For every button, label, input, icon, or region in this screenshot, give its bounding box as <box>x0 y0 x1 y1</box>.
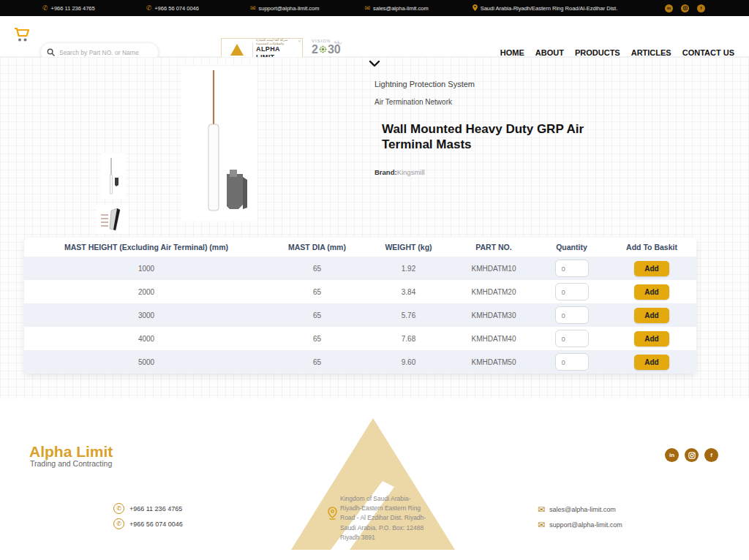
instagram-icon[interactable] <box>685 448 699 462</box>
cell-mast-height: 2000 <box>24 288 268 296</box>
logo-triangle-icon <box>230 44 244 56</box>
facebook-icon[interactable]: f <box>697 4 705 12</box>
footer-address: Kingdom of Saudi Arabia- Riyadh-Eastern … <box>340 494 429 542</box>
chevron-down-icon[interactable] <box>369 57 380 70</box>
cell-mast-dia: 65 <box>268 335 366 343</box>
vision-year-left: 2 <box>312 44 318 56</box>
cell-mast-height: 1000 <box>24 265 268 273</box>
footer-social: in f <box>665 448 718 462</box>
nav-home[interactable]: HOME <box>500 48 524 57</box>
nav-contact-us[interactable]: CONTACT US <box>682 48 734 57</box>
nav-about[interactable]: ABOUT <box>535 48 564 57</box>
quantity-input[interactable] <box>555 330 589 347</box>
footer-email-support[interactable]: ✉ support@alpha-limit.com <box>538 521 622 529</box>
site-footer: Alpha Limit Trading and Contracting in f… <box>0 398 749 560</box>
cell-mast-height: 5000 <box>24 358 268 366</box>
topbar-email-sales[interactable]: ✉ sales@alpha-limit.com <box>365 5 429 12</box>
add-to-basket-button[interactable]: Add <box>634 284 669 300</box>
quantity-input[interactable] <box>555 353 589 371</box>
vision-year-right: 30 <box>328 44 341 56</box>
footer-phone-2-text: +966 56 074 0046 <box>129 521 183 528</box>
location-pin-icon <box>327 507 338 523</box>
instagram-icon[interactable] <box>681 4 689 12</box>
table-row: 4000 65 7.68 KMHDATM40 Add <box>24 327 696 350</box>
cell-weight: 1.92 <box>366 265 451 273</box>
footer-phone-1[interactable]: ✆ +966 11 236 4765 <box>113 503 182 514</box>
variants-table: MAST HEIGHT (Excluding Air Terminal) (mm… <box>24 238 696 374</box>
topbar-phone-2[interactable]: ✆ +966 56 074 0046 <box>146 5 199 12</box>
topbar-address-text: Saudi Arabia-Riyadh/Eastern Ring Road/Al… <box>481 5 618 12</box>
col-add-to-basket: Add To Baskit <box>607 243 696 251</box>
registered-mark: ® <box>298 39 301 43</box>
table-header-row: MAST HEIGHT (Excluding Air Terminal) (mm… <box>24 238 696 257</box>
topbar-phone-2-text: +966 56 074 0046 <box>154 5 199 12</box>
brand-label: Brand: <box>374 168 397 176</box>
col-mast-dia: MAST DIA (mm) <box>268 243 366 251</box>
product-thumbnail-1[interactable] <box>101 154 126 199</box>
footer-email-support-text: support@alpha-limit.com <box>549 521 622 529</box>
breadcrumb-category[interactable]: Lightning Protection System <box>374 80 475 88</box>
phone-icon: ✆ <box>113 503 124 514</box>
linkedin-icon[interactable]: in <box>665 448 679 462</box>
cell-weight: 9.60 <box>366 358 451 366</box>
col-part-no: PART NO. <box>451 243 536 251</box>
table-row: 5000 65 9.60 KMHDATM50 Add <box>24 350 696 374</box>
linkedin-icon[interactable]: in <box>665 4 673 12</box>
logo-arabic-text: شركة ألفا ليمت للتجارة والمقاولات المحدو… <box>256 38 299 45</box>
topbar-address: Saudi Arabia-Riyadh/Eastern Ring Road/Al… <box>473 4 618 12</box>
brand-row: Brand:Kingsmill <box>374 168 425 176</box>
quantity-input[interactable] <box>555 260 589 277</box>
phone-icon: ✆ <box>113 518 124 529</box>
topbar-social: in f <box>665 4 705 12</box>
footer-email-sales[interactable]: ✉ sales@alpha-limit.com <box>538 505 616 514</box>
footer-phone-2[interactable]: ✆ +966 56 074 0046 <box>113 518 183 529</box>
envelope-icon: ✉ <box>365 5 371 12</box>
envelope-icon: ✉ <box>538 505 545 514</box>
cell-mast-dia: 65 <box>268 311 366 319</box>
footer-email-sales-text: sales@alpha-limit.com <box>549 506 616 513</box>
col-weight: WEIGHT (kg) <box>366 243 451 251</box>
envelope-icon: ✉ <box>538 521 545 529</box>
product-thumbnail-2[interactable] <box>97 205 129 234</box>
nav-articles[interactable]: ARTICLES <box>631 48 671 57</box>
add-to-basket-button[interactable]: Add <box>634 261 669 276</box>
footer-brand: Alpha Limit <box>29 443 113 461</box>
envelope-icon: ✉ <box>250 5 256 12</box>
footer-phone-1-text: +966 11 236 4765 <box>129 505 182 512</box>
cell-mast-dia: 65 <box>268 288 366 296</box>
topbar-email-support[interactable]: ✉ support@alpha-limit.com <box>250 5 320 12</box>
page-title: Wall Mounted Heavy Duty GRP Air Terminal… <box>382 121 631 153</box>
topbar-email-sales-text: sales@alpha-limit.com <box>373 5 429 12</box>
main-nav: HOME ABOUT PRODUCTS ARTICLES CONTACT US <box>500 48 734 57</box>
footer-brand-subtitle: Trading and Contracting <box>30 459 112 468</box>
quantity-input[interactable] <box>555 306 589 324</box>
topbar-phone-1[interactable]: ✆ +966 11 236 4765 <box>42 5 95 12</box>
cell-part-no: KMHDATM40 <box>451 335 536 343</box>
vision-emblem-icon <box>319 44 327 56</box>
cell-part-no: KMHDATM10 <box>451 265 536 273</box>
col-quantity: Quantity <box>536 243 607 251</box>
cell-weight: 3.84 <box>366 288 451 296</box>
cell-part-no: KMHDATM20 <box>451 288 536 296</box>
location-pin-icon <box>473 4 478 12</box>
add-to-basket-button[interactable]: Add <box>634 331 669 347</box>
brand-value: Kingsmill <box>397 168 425 176</box>
breadcrumb-subcategory[interactable]: Air Termination Network <box>374 98 452 106</box>
add-to-basket-button[interactable]: Add <box>634 308 669 323</box>
cell-mast-height: 3000 <box>24 311 268 319</box>
topbar-phone-1-text: +966 11 236 4765 <box>51 5 95 12</box>
cell-weight: 7.68 <box>366 335 451 343</box>
cell-mast-dia: 65 <box>268 265 366 273</box>
search-input[interactable] <box>59 49 152 56</box>
table-row: 3000 65 5.76 KMHDATM30 Add <box>24 303 696 327</box>
page: ✆ +966 11 236 4765 ✆ +966 56 074 0046 ✉ … <box>0 0 749 560</box>
phone-icon: ✆ <box>42 5 48 12</box>
cell-part-no: KMHDATM30 <box>451 311 536 319</box>
cell-weight: 5.76 <box>366 311 451 319</box>
quantity-input[interactable] <box>555 283 589 300</box>
add-to-basket-button[interactable]: Add <box>634 355 669 370</box>
nav-products[interactable]: PRODUCTS <box>575 48 620 57</box>
facebook-icon[interactable]: f <box>704 448 718 462</box>
cart-icon[interactable] <box>13 27 31 46</box>
site-header: ® ALPHA LIMIT شركة ألفا ليمت للتجارة وال… <box>0 16 749 57</box>
